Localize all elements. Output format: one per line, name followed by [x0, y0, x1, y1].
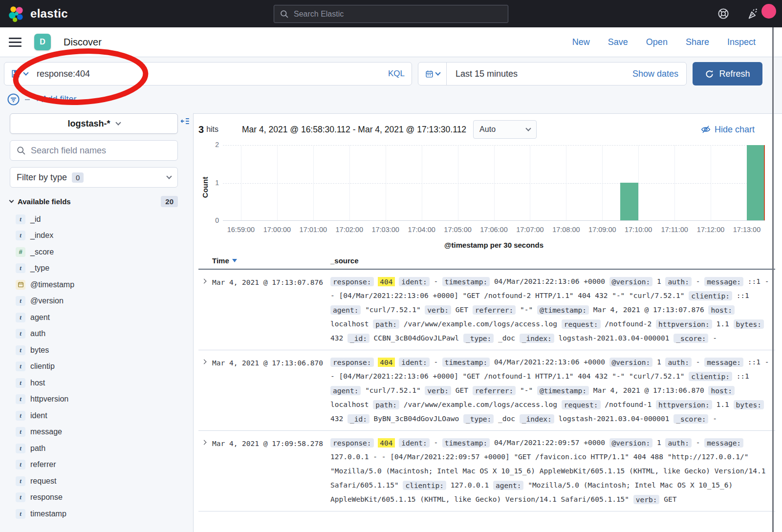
header-action-inspect-button[interactable]: Inspect	[727, 37, 756, 47]
announcements-icon[interactable]	[747, 7, 760, 20]
field-item-message[interactable]: tmessage	[16, 424, 193, 441]
chevron-down-icon	[435, 70, 440, 75]
field-key-pill: message:	[704, 277, 743, 286]
field-name: @version	[30, 297, 64, 305]
field-name: message	[30, 427, 62, 436]
field-name: path	[30, 444, 45, 453]
histogram-bar[interactable]	[747, 145, 765, 220]
header-action-share-button[interactable]: Share	[686, 37, 709, 47]
kql-button[interactable]: KQL	[388, 69, 405, 79]
query-text[interactable]: response:404	[37, 69, 90, 79]
text-field-icon: t	[16, 444, 25, 453]
show-dates-button[interactable]: Show dates	[632, 69, 678, 79]
elastic-logo[interactable]: elastic	[8, 5, 68, 22]
query-input[interactable]: response:404 KQL	[4, 62, 412, 85]
field-value: "curl/7.52.1"	[365, 386, 421, 394]
field-item-timestamp[interactable]: ttimestamp	[16, 506, 193, 522]
x-tick-label: 17:07:00	[516, 226, 543, 234]
field-key-pill: clientip:	[403, 481, 446, 490]
main-panel: 3 hits Mar 4, 2021 @ 16:58:30.112 - Mar …	[193, 113, 782, 532]
field-item-response[interactable]: tresponse	[16, 489, 193, 506]
hide-chart-button[interactable]: Hide chart	[701, 125, 755, 135]
time-range-value[interactable]: Last 15 minutes	[456, 69, 518, 79]
add-filter-button[interactable]: + Add filter	[35, 94, 77, 105]
filter-by-type-dropdown[interactable]: Filter by type 0	[10, 167, 178, 188]
collapse-sidebar-button[interactable]	[180, 116, 190, 128]
available-fields-header[interactable]: Available fields 20	[10, 196, 178, 207]
highlighted-value: 404	[378, 277, 394, 286]
field-value: localhost	[330, 401, 369, 408]
field-item-referrer[interactable]: treferrer	[16, 457, 193, 473]
field-item-bytes[interactable]: tbytes	[16, 342, 193, 359]
saved-query-icon[interactable]	[11, 69, 20, 78]
help-icon[interactable]	[717, 8, 729, 20]
field-key-pill: verb:	[425, 305, 451, 315]
filter-icon[interactable]	[7, 93, 20, 106]
menu-icon[interactable]	[9, 38, 22, 47]
chart-plot-area[interactable]: 01216:59:0017:00:0017:01:0017:02:0017:03…	[223, 145, 765, 221]
index-pattern-label: logstash-*	[67, 119, 110, 129]
field-value: 04/Mar/2021:22:09:57 +0000	[494, 439, 605, 447]
calendar-dropdown[interactable]	[418, 63, 447, 85]
expand-doc-icon[interactable]	[202, 440, 207, 445]
expand-doc-icon[interactable]	[202, 279, 207, 284]
field-value: 04/Mar/2021:22:13:06 +0000	[494, 358, 605, 366]
field-name: _index	[30, 231, 53, 240]
expand-doc-icon[interactable]	[202, 360, 207, 364]
header-action-open-button[interactable]: Open	[646, 37, 668, 47]
field-key-pill: verb:	[425, 386, 451, 395]
field-key-pill: auth:	[665, 277, 692, 286]
field-item-_score[interactable]: #_score	[16, 244, 193, 260]
header-action-new-button[interactable]: New	[572, 37, 590, 47]
refresh-button[interactable]: Refresh	[693, 62, 762, 85]
field-item-@version[interactable]: t@version	[16, 293, 193, 310]
field-value: logstash-2021.03.04-000001	[559, 415, 670, 423]
y-tick-label: 0	[208, 216, 219, 224]
field-key-pill: referrer:	[473, 386, 516, 395]
field-key-pill: @version:	[609, 358, 653, 367]
field-item-host[interactable]: thost	[16, 375, 193, 391]
index-pattern-selector[interactable]: logstash-*	[10, 113, 178, 134]
text-field-icon: t	[16, 329, 25, 339]
doc-row: Mar 4, 2021 @ 17:13:06.870response: 404 …	[198, 350, 775, 431]
app-header: D Discover NewSaveOpenShareInspect	[0, 27, 782, 57]
field-item-ident[interactable]: tident	[16, 407, 193, 424]
header-actions: NewSaveOpenShareInspect	[572, 37, 756, 47]
chevron-down-icon[interactable]	[23, 70, 28, 75]
field-item-path[interactable]: tpath	[16, 440, 193, 457]
field-key-pill: _type:	[463, 334, 494, 343]
field-value: 1	[657, 358, 661, 366]
field-item-httpversion[interactable]: thttpversion	[16, 391, 193, 408]
field-item-_type[interactable]: t_type	[16, 260, 193, 277]
header-action-save-button[interactable]: Save	[608, 37, 628, 47]
interval-select[interactable]: Auto	[473, 120, 537, 139]
field-name: ident	[30, 411, 47, 420]
field-item-request[interactable]: trequest	[16, 473, 193, 489]
sort-desc-icon[interactable]	[232, 259, 237, 262]
field-key-pill: response:	[330, 358, 374, 367]
gridline-vertical	[602, 145, 603, 220]
field-search-input[interactable]: Search field names	[10, 140, 178, 161]
field-item-@timestamp[interactable]: @timestamp	[16, 277, 193, 293]
field-key-pill: referrer:	[473, 305, 516, 315]
field-key-pill: _score:	[673, 414, 708, 424]
x-tick-label: 17:10:00	[625, 226, 652, 234]
field-key-pill: agent:	[330, 386, 361, 395]
search-icon	[280, 10, 289, 19]
field-item-agent[interactable]: tagent	[16, 309, 193, 326]
field-item-auth[interactable]: tauth	[16, 326, 193, 342]
field-item-_id[interactable]: t_id	[16, 211, 193, 228]
histogram-bar[interactable]	[620, 183, 638, 220]
gridline-vertical	[349, 145, 350, 220]
text-field-icon: t	[16, 231, 25, 240]
time-column-header[interactable]: Time	[212, 256, 330, 265]
field-item-_index[interactable]: t_index	[16, 228, 193, 244]
gridline-vertical	[241, 145, 241, 220]
field-key-pill: _id:	[348, 334, 369, 343]
field-item-clientip[interactable]: tclientip	[16, 359, 193, 375]
field-name: bytes	[30, 346, 49, 355]
field-value: -	[434, 277, 438, 285]
global-search-input[interactable]: Search Elastic	[274, 5, 508, 23]
notification-dot	[761, 4, 776, 19]
doc-row: Mar 4, 2021 @ 17:09:58.278response: 404 …	[198, 431, 775, 511]
